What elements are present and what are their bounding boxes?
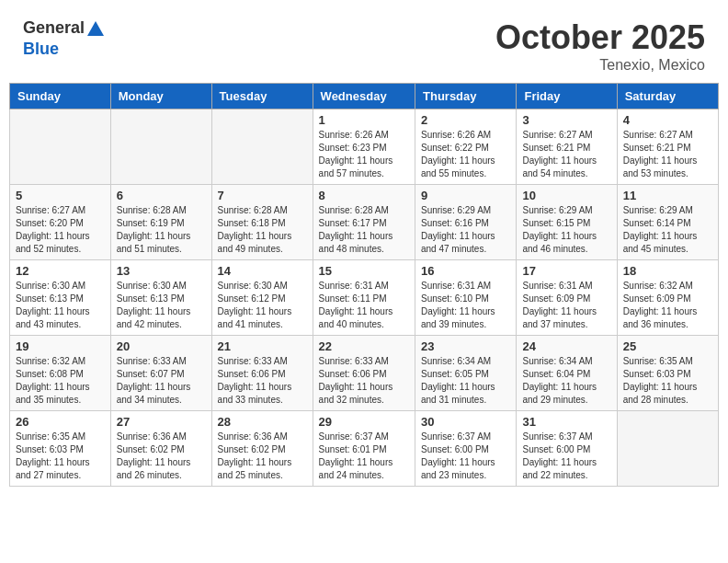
day-number: 4 (623, 113, 712, 127)
header-thursday: Thursday (415, 84, 517, 109)
header-monday: Monday (110, 84, 211, 109)
day-number: 22 (319, 339, 409, 353)
day-info: Sunrise: 6:28 AM Sunset: 6:18 PM Dayligh… (218, 204, 307, 256)
day-info: Sunrise: 6:30 AM Sunset: 6:12 PM Dayligh… (218, 280, 307, 331)
table-row: 21Sunrise: 6:33 AM Sunset: 6:06 PM Dayli… (211, 336, 313, 411)
table-row: 17Sunrise: 6:31 AM Sunset: 6:09 PM Dayli… (517, 260, 617, 336)
location-heading: Tenexio, Mexico (495, 57, 705, 74)
day-number: 5 (16, 189, 105, 202)
day-number: 28 (218, 415, 307, 429)
day-number: 15 (319, 264, 409, 278)
day-info: Sunrise: 6:28 AM Sunset: 6:17 PM Dayligh… (319, 204, 409, 256)
day-info: Sunrise: 6:26 AM Sunset: 6:22 PM Dayligh… (421, 129, 510, 180)
day-info: Sunrise: 6:31 AM Sunset: 6:09 PM Dayligh… (522, 280, 610, 331)
table-row: 27Sunrise: 6:36 AM Sunset: 6:02 PM Dayli… (110, 411, 211, 487)
day-number: 7 (218, 189, 307, 202)
day-number: 6 (117, 189, 206, 202)
day-number: 8 (319, 189, 409, 202)
table-row (10, 109, 111, 185)
day-number: 13 (117, 264, 206, 278)
table-row: 13Sunrise: 6:30 AM Sunset: 6:13 PM Dayli… (110, 260, 211, 336)
day-info: Sunrise: 6:33 AM Sunset: 6:06 PM Dayligh… (319, 355, 409, 407)
day-info: Sunrise: 6:32 AM Sunset: 6:08 PM Dayligh… (16, 355, 105, 407)
table-row: 11Sunrise: 6:29 AM Sunset: 6:14 PM Dayli… (617, 185, 718, 260)
table-row: 31Sunrise: 6:37 AM Sunset: 6:00 PM Dayli… (517, 411, 617, 487)
day-info: Sunrise: 6:29 AM Sunset: 6:16 PM Dayligh… (421, 204, 510, 256)
day-number: 25 (623, 339, 712, 353)
header-tuesday: Tuesday (211, 84, 313, 109)
day-info: Sunrise: 6:30 AM Sunset: 6:13 PM Dayligh… (117, 280, 206, 331)
calendar-week-4: 19Sunrise: 6:32 AM Sunset: 6:08 PM Dayli… (10, 336, 719, 411)
day-info: Sunrise: 6:33 AM Sunset: 6:07 PM Dayligh… (117, 355, 206, 407)
day-info: Sunrise: 6:27 AM Sunset: 6:21 PM Dayligh… (522, 129, 610, 180)
day-number: 16 (421, 264, 510, 278)
table-row: 15Sunrise: 6:31 AM Sunset: 6:11 PM Dayli… (313, 260, 415, 336)
day-number: 18 (623, 264, 712, 278)
table-row: 18Sunrise: 6:32 AM Sunset: 6:09 PM Dayli… (617, 260, 718, 336)
day-info: Sunrise: 6:26 AM Sunset: 6:23 PM Dayligh… (319, 129, 409, 180)
day-number: 9 (421, 189, 510, 202)
table-row: 10Sunrise: 6:29 AM Sunset: 6:15 PM Dayli… (517, 185, 617, 260)
day-info: Sunrise: 6:31 AM Sunset: 6:11 PM Dayligh… (319, 280, 409, 331)
header-wednesday: Wednesday (313, 84, 415, 109)
day-number: 23 (421, 339, 510, 353)
table-row: 28Sunrise: 6:36 AM Sunset: 6:02 PM Dayli… (211, 411, 313, 487)
table-row: 8Sunrise: 6:28 AM Sunset: 6:17 PM Daylig… (313, 185, 415, 260)
day-info: Sunrise: 6:32 AM Sunset: 6:09 PM Dayligh… (623, 280, 712, 331)
day-info: Sunrise: 6:34 AM Sunset: 6:05 PM Dayligh… (421, 355, 510, 407)
day-number: 26 (16, 415, 105, 429)
calendar-week-1: 1Sunrise: 6:26 AM Sunset: 6:23 PM Daylig… (10, 109, 719, 185)
day-info: Sunrise: 6:29 AM Sunset: 6:15 PM Dayligh… (522, 204, 610, 256)
header-friday: Friday (517, 84, 617, 109)
table-row: 4Sunrise: 6:27 AM Sunset: 6:21 PM Daylig… (617, 109, 718, 185)
table-row: 5Sunrise: 6:27 AM Sunset: 6:20 PM Daylig… (10, 185, 111, 260)
month-heading: October 2025 (495, 18, 705, 57)
table-row: 23Sunrise: 6:34 AM Sunset: 6:05 PM Dayli… (415, 336, 517, 411)
day-info: Sunrise: 6:30 AM Sunset: 6:13 PM Dayligh… (16, 280, 105, 331)
table-row: 12Sunrise: 6:30 AM Sunset: 6:13 PM Dayli… (10, 260, 111, 336)
day-number: 31 (522, 415, 610, 429)
logo-blue: Blue (23, 40, 59, 58)
table-row: 14Sunrise: 6:30 AM Sunset: 6:12 PM Dayli… (211, 260, 313, 336)
day-number: 29 (319, 415, 409, 429)
table-row: 29Sunrise: 6:37 AM Sunset: 6:01 PM Dayli… (313, 411, 415, 487)
table-row: 2Sunrise: 6:26 AM Sunset: 6:22 PM Daylig… (415, 109, 517, 185)
calendar-header: General Blue October 2025 Tenexio, Mexic… (9, 9, 719, 78)
day-info: Sunrise: 6:33 AM Sunset: 6:06 PM Dayligh… (218, 355, 307, 407)
svg-marker-0 (87, 21, 104, 36)
table-row (617, 411, 718, 487)
table-row: 9Sunrise: 6:29 AM Sunset: 6:16 PM Daylig… (415, 185, 517, 260)
table-row: 24Sunrise: 6:34 AM Sunset: 6:04 PM Dayli… (517, 336, 617, 411)
table-row: 25Sunrise: 6:35 AM Sunset: 6:03 PM Dayli… (617, 336, 718, 411)
table-row: 16Sunrise: 6:31 AM Sunset: 6:10 PM Dayli… (415, 260, 517, 336)
day-number: 27 (117, 415, 206, 429)
day-info: Sunrise: 6:37 AM Sunset: 6:01 PM Dayligh… (319, 431, 409, 482)
day-number: 10 (522, 189, 610, 202)
table-row: 7Sunrise: 6:28 AM Sunset: 6:18 PM Daylig… (211, 185, 313, 260)
table-row: 19Sunrise: 6:32 AM Sunset: 6:08 PM Dayli… (10, 336, 111, 411)
calendar-week-2: 5Sunrise: 6:27 AM Sunset: 6:20 PM Daylig… (10, 185, 719, 260)
day-number: 1 (319, 113, 409, 127)
day-info: Sunrise: 6:29 AM Sunset: 6:14 PM Dayligh… (623, 204, 712, 256)
calendar-week-3: 12Sunrise: 6:30 AM Sunset: 6:13 PM Dayli… (10, 260, 719, 336)
day-info: Sunrise: 6:28 AM Sunset: 6:19 PM Dayligh… (117, 204, 206, 256)
day-number: 24 (522, 339, 610, 353)
table-row: 22Sunrise: 6:33 AM Sunset: 6:06 PM Dayli… (313, 336, 415, 411)
table-row: 30Sunrise: 6:37 AM Sunset: 6:00 PM Dayli… (415, 411, 517, 487)
table-row: 26Sunrise: 6:35 AM Sunset: 6:03 PM Dayli… (10, 411, 111, 487)
logo-icon (85, 19, 106, 40)
calendar-table: Sunday Monday Tuesday Wednesday Thursday… (9, 83, 719, 487)
day-info: Sunrise: 6:27 AM Sunset: 6:20 PM Dayligh… (16, 204, 105, 256)
table-row: 6Sunrise: 6:28 AM Sunset: 6:19 PM Daylig… (110, 185, 211, 260)
header-sunday: Sunday (10, 84, 111, 109)
day-info: Sunrise: 6:27 AM Sunset: 6:21 PM Dayligh… (623, 129, 712, 180)
day-number: 17 (522, 264, 610, 278)
day-number: 30 (421, 415, 510, 429)
table-row: 3Sunrise: 6:27 AM Sunset: 6:21 PM Daylig… (517, 109, 617, 185)
calendar-week-5: 26Sunrise: 6:35 AM Sunset: 6:03 PM Dayli… (10, 411, 719, 487)
day-info: Sunrise: 6:34 AM Sunset: 6:04 PM Dayligh… (522, 355, 610, 407)
logo: General Blue (23, 18, 107, 59)
day-info: Sunrise: 6:36 AM Sunset: 6:02 PM Dayligh… (218, 431, 307, 482)
weekday-header-row: Sunday Monday Tuesday Wednesday Thursday… (10, 84, 719, 109)
table-row: 1Sunrise: 6:26 AM Sunset: 6:23 PM Daylig… (313, 109, 415, 185)
